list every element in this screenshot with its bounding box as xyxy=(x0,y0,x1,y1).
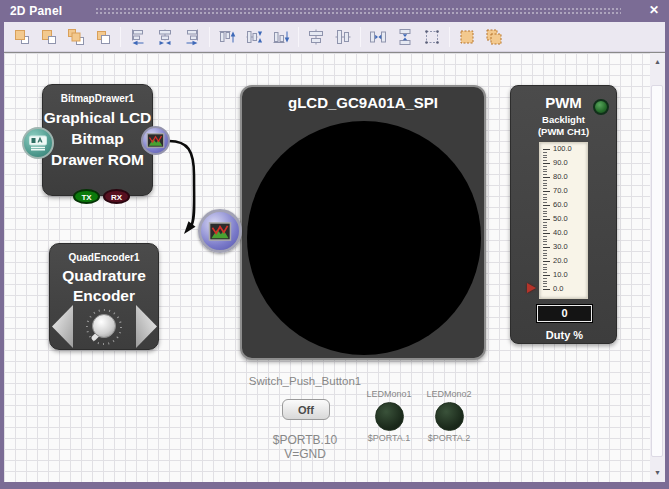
toolbar-separator xyxy=(120,27,121,47)
pwm-duty-value[interactable]: 0 xyxy=(537,305,592,322)
quad-encoder-label-line2: Encoder xyxy=(50,286,158,306)
component-bitmap-drawer[interactable]: BitmapDrawer1 Graphical LCD Bitmap Drawe… xyxy=(42,84,153,196)
slider-tick xyxy=(543,289,550,290)
titlebar[interactable]: 2D Panel ✕ xyxy=(0,0,669,22)
toolbar-group xyxy=(366,25,444,49)
slider-tick xyxy=(543,239,547,240)
slider-tick xyxy=(543,222,547,223)
switch-voltage-label: V=GND xyxy=(155,447,455,461)
font-drawer-connector[interactable] xyxy=(22,127,54,159)
slider-tick xyxy=(543,261,550,262)
slider-tick xyxy=(543,272,547,273)
slider-tick xyxy=(543,244,547,245)
slider-tick xyxy=(543,163,550,164)
bitmap-drawer-label-line3: Drawer ROM xyxy=(43,149,152,170)
slider-tick xyxy=(543,253,547,254)
align-bottom-icon[interactable] xyxy=(269,25,293,49)
component-pwm-backlight[interactable]: PWM Backlight (PWM CH1) 100.090.080.070.… xyxy=(510,85,617,344)
component-glcd[interactable]: gLCD_GC9A01A_SPI xyxy=(240,85,486,360)
toolbar-separator xyxy=(360,27,361,47)
image-icon xyxy=(208,222,232,241)
align-center-icon[interactable] xyxy=(153,25,177,49)
component-instance-name: BitmapDrawer1 xyxy=(43,93,152,104)
send-to-back-icon[interactable] xyxy=(37,25,61,49)
space-across-icon[interactable] xyxy=(366,25,390,49)
slider-tick xyxy=(543,169,547,170)
slider-tick-label: 30.0 xyxy=(553,243,568,251)
slider-tick xyxy=(543,225,547,226)
pwm-duty-label: Duty % xyxy=(511,329,618,341)
text-document-icon xyxy=(28,135,48,151)
slider-tick xyxy=(543,157,547,158)
led-instance-label: LEDMono1 xyxy=(355,389,423,399)
bitmap-output-connector[interactable] xyxy=(141,126,170,155)
encoder-knob[interactable] xyxy=(81,304,127,354)
toolbar-group xyxy=(215,25,293,49)
slider-tick xyxy=(543,233,550,234)
align-right-icon[interactable] xyxy=(180,25,204,49)
select-region-icon[interactable] xyxy=(455,25,479,49)
slider-tick xyxy=(543,227,547,228)
center-horizontally-icon[interactable] xyxy=(304,25,328,49)
align-top-icon[interactable] xyxy=(215,25,239,49)
slider-tick xyxy=(543,191,550,192)
center-vertically-icon[interactable] xyxy=(331,25,355,49)
titlebar-grip-dots xyxy=(95,7,621,16)
slider-tick xyxy=(543,160,547,161)
slider-tick xyxy=(543,213,547,214)
slider-tick xyxy=(543,264,547,265)
slider-tick xyxy=(543,216,547,217)
slider-tick-label: 20.0 xyxy=(553,257,568,265)
slider-tick xyxy=(543,275,550,276)
slider-tick xyxy=(543,269,547,270)
component-quad-encoder[interactable]: QuadEncoder1 Quadrature Encoder xyxy=(49,243,159,350)
slider-tick xyxy=(543,174,547,175)
slider-tick xyxy=(543,194,547,195)
pwm-subtitle: Backlight xyxy=(511,114,616,125)
bring-to-front-icon[interactable] xyxy=(10,25,34,49)
send-backward-icon[interactable] xyxy=(91,25,115,49)
slider-tick xyxy=(543,183,547,184)
slider-tick xyxy=(543,149,550,150)
scroll-down-icon[interactable]: ▼ xyxy=(650,466,665,480)
align-left-icon[interactable] xyxy=(126,25,150,49)
bring-forward-icon[interactable] xyxy=(64,25,88,49)
pwm-channel: (PWM CH1) xyxy=(511,126,616,137)
slider-tick xyxy=(543,208,547,209)
snap-to-grid-icon[interactable] xyxy=(420,25,444,49)
scrollbar-thumb[interactable] xyxy=(651,85,663,457)
slider-tick-label: 100.0 xyxy=(553,145,572,153)
led-port-label: $PORTA.1 xyxy=(355,433,423,443)
space-down-icon[interactable] xyxy=(393,25,417,49)
glcd-round-screen xyxy=(247,121,481,355)
encoder-left-arrow-icon[interactable] xyxy=(52,305,73,348)
slider-tick xyxy=(543,247,550,248)
align-middle-icon[interactable] xyxy=(242,25,266,49)
slider-tick-label: 10.0 xyxy=(553,271,568,279)
slider-tick xyxy=(543,180,547,181)
close-icon[interactable]: ✕ xyxy=(649,3,659,17)
slider-tick xyxy=(543,236,547,237)
pwm-slider-scale[interactable]: 100.090.080.070.060.050.040.030.020.010.… xyxy=(539,142,588,299)
component-led-mono-1: LEDMono1 $PORTA.1 xyxy=(355,389,423,443)
vertical-scrollbar[interactable]: ▲ ▼ xyxy=(650,52,665,482)
wire-arrowhead xyxy=(184,221,196,234)
push-button[interactable]: Off xyxy=(282,399,330,420)
glcd-input-connector[interactable] xyxy=(198,209,242,253)
slider-tick xyxy=(543,278,547,279)
pwm-slider-thumb[interactable] xyxy=(527,283,536,293)
panel-canvas[interactable]: BitmapDrawer1 Graphical LCD Bitmap Drawe… xyxy=(4,52,650,482)
image-icon xyxy=(146,133,165,148)
2d-panel-window: 2D Panel ✕ BitmapDrawer1 Graphical LCD B… xyxy=(0,0,669,489)
toolbar-group xyxy=(126,25,204,49)
select-all-icon[interactable] xyxy=(482,25,506,49)
slider-tick-label: 60.0 xyxy=(553,201,568,209)
encoder-right-arrow-icon[interactable] xyxy=(136,305,157,348)
led-indicator[interactable] xyxy=(435,402,464,431)
slider-tick xyxy=(543,171,547,172)
scroll-up-icon[interactable]: ▲ xyxy=(650,55,665,69)
slider-tick-label: 70.0 xyxy=(553,187,568,195)
tx-badge: TX xyxy=(73,189,100,204)
toolbar xyxy=(4,22,665,52)
led-indicator[interactable] xyxy=(375,402,404,431)
